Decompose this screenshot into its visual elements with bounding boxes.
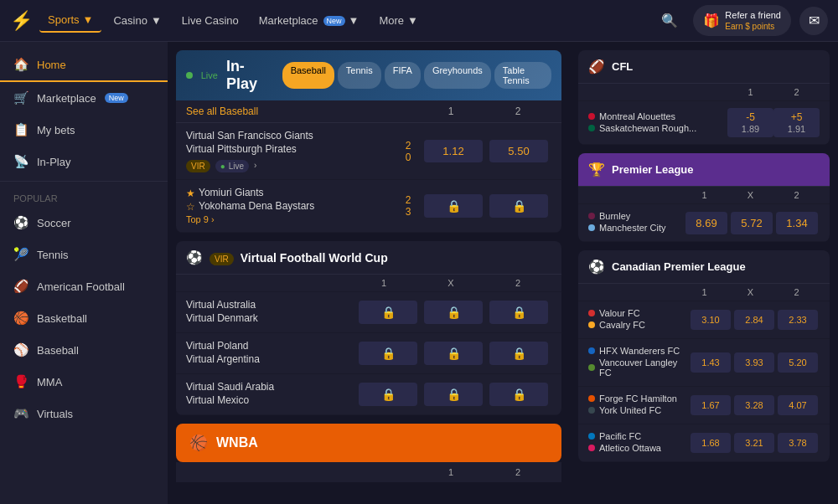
- gift-icon: 🎁: [703, 13, 720, 28]
- tab-fifa[interactable]: FIFA: [385, 62, 421, 89]
- odds-btn-x[interactable]: 2.84: [734, 310, 774, 330]
- vir-badge: VIR: [210, 253, 234, 265]
- sidebar-item-soccer[interactable]: ⚽ Soccer: [0, 207, 168, 239]
- nav-marketplace-label: Marketplace: [259, 14, 318, 27]
- cfl-odds2[interactable]: +5 1.91: [773, 108, 820, 137]
- sidebar-item-tennis[interactable]: 🎾 Tennis: [0, 239, 168, 270]
- vf-teams: Virtual Saudi Arabia Virtual Mexico: [186, 381, 355, 408]
- canadian-teams: Pacific FC Atletico Ottawa: [588, 431, 689, 455]
- search-button[interactable]: 🔍: [656, 8, 683, 33]
- nav-marketplace[interactable]: Marketplace New ▼: [251, 9, 368, 32]
- odds-btn-1[interactable]: 1.43: [691, 352, 731, 373]
- lock-btn: 🔒: [424, 301, 483, 324]
- nav-live-casino[interactable]: Live Casino: [173, 9, 247, 32]
- tab-greyhounds[interactable]: Greyhounds: [424, 62, 491, 89]
- cfl-col2: 2: [773, 87, 820, 97]
- lock-btn: 🔒: [359, 342, 417, 365]
- lock-btn: 🔒: [424, 194, 483, 218]
- lock-btn: 🔒: [489, 342, 548, 365]
- nav-sports[interactable]: Sports ▼: [39, 8, 101, 33]
- odds-btn-2[interactable]: 5.20: [778, 352, 818, 373]
- nav-casino[interactable]: Casino ▼: [105, 9, 169, 32]
- odds-button-2[interactable]: 5.50: [489, 140, 548, 162]
- see-all-baseball[interactable]: See all Baseball: [186, 105, 417, 117]
- odds-btn-1[interactable]: 3.10: [691, 310, 731, 330]
- odds-btn-2[interactable]: 1.34: [776, 212, 818, 234]
- premier-cols: 1 X 2: [578, 187, 830, 204]
- odds-btn-2[interactable]: 2.33: [778, 310, 818, 330]
- odds-btn-x[interactable]: 3.93: [734, 352, 774, 373]
- team-name: York United FC: [599, 405, 661, 415]
- odds-btn-1[interactable]: 1.67: [691, 395, 731, 415]
- mma-icon: 🥊: [13, 374, 28, 389]
- star-icon: ★: [186, 188, 195, 199]
- vf-title: Virtual Football World Cup: [241, 251, 388, 265]
- sidebar-item-home[interactable]: 🏠 Home: [0, 49, 168, 82]
- col-label-2: 2: [484, 278, 551, 288]
- sidebar-item-virtuals[interactable]: 🎮 Virtuals: [0, 398, 168, 429]
- odds-btn-x[interactable]: 5.72: [731, 212, 773, 234]
- tab-tennis[interactable]: Tennis: [338, 62, 381, 89]
- odds-btn-2[interactable]: 3.78: [778, 433, 818, 453]
- team-name: Manchester City: [599, 223, 665, 233]
- refer-line2: Earn $ points: [725, 21, 781, 32]
- inplay-tabs: Baseball Tennis FIFA Greyhounds Table Te…: [282, 62, 551, 89]
- right-panel: 🏈 CFL 1 2 Montreal Alouettes Saskatchewa…: [570, 42, 838, 504]
- odds-btn-x[interactable]: 3.28: [734, 395, 774, 415]
- odds-btn-1[interactable]: 1.68: [691, 433, 731, 453]
- odds-top: -5: [746, 111, 755, 123]
- team-name: HFX Wanderers FC: [599, 346, 680, 356]
- cfl-header: 🏈 CFL: [578, 50, 830, 84]
- live-dot: [186, 72, 193, 79]
- top9-link[interactable]: Top 9 ›: [186, 214, 215, 224]
- premier-colx: X: [727, 190, 773, 200]
- nav-more-label: More: [379, 14, 404, 27]
- wnba-title: WNBA: [216, 435, 258, 450]
- premier-card: 🏆 Premier League 1 X 2 Burnley Manches: [578, 153, 830, 242]
- vf-teams: Virtual Poland Virtual Argentina: [186, 340, 355, 367]
- canadian-teams: Forge FC Hamilton York United FC: [588, 393, 689, 417]
- cfl-teams: Montreal Alouettes Saskatchewan Rough...: [588, 111, 727, 135]
- canadian-match-row: Valour FC Cavalry FC 3.10 2.84 2.33: [578, 301, 830, 339]
- vf-cols-row: 1 X 2: [176, 275, 561, 292]
- sidebar-item-basketball[interactable]: 🏀 Basketball: [0, 302, 168, 334]
- chevron-down-icon: ▼: [83, 13, 94, 26]
- canadian-col2: 2: [773, 287, 820, 297]
- odds-button-1[interactable]: 1.12: [424, 140, 483, 162]
- sidebar-item-mma[interactable]: 🥊 MMA: [0, 366, 168, 398]
- col-header-1: 1: [417, 105, 484, 117]
- premier-teams: Burnley Manchester City: [588, 211, 684, 234]
- sidebar-item-marketplace-label: Marketplace: [37, 92, 96, 105]
- odds-btn-x[interactable]: 3.21: [734, 433, 774, 453]
- sidebar-item-inplay[interactable]: 📡 In-Play: [0, 146, 168, 177]
- match-teams: Virtual San Francisco Giants Virtual Pit…: [186, 130, 396, 172]
- sidebar-item-home-label: Home: [37, 59, 66, 71]
- team-name: Virtual Pittsburgh Pirates: [186, 143, 396, 155]
- wnba-header[interactable]: 🏀 WNBA: [176, 424, 561, 462]
- odds-btn-1[interactable]: 8.69: [685, 212, 727, 234]
- tab-table-tennis[interactable]: Table Tennis: [494, 62, 551, 89]
- cfl-odds1[interactable]: -5 1.89: [727, 108, 773, 137]
- marketplace-sidebar-badge: New: [105, 93, 128, 103]
- col-label-x: X: [417, 278, 484, 288]
- virtual-football-card: ⚽ VIR Virtual Football World Cup 1 X 2 V…: [176, 241, 561, 415]
- sidebar-item-baseball[interactable]: ⚾ Baseball: [0, 334, 168, 366]
- odds-btn-2[interactable]: 4.07: [778, 395, 818, 415]
- vf-section-header: ⚽ VIR Virtual Football World Cup: [176, 241, 561, 275]
- wnba-col1: 1: [417, 467, 484, 477]
- expand-icon[interactable]: ›: [254, 161, 256, 170]
- trophy-icon: 🏆: [588, 162, 605, 177]
- refer-friend-button[interactable]: 🎁 Refer a friend Earn $ points: [693, 5, 791, 36]
- inplay-icon: 📡: [13, 154, 28, 169]
- mail-button[interactable]: ✉: [799, 7, 828, 35]
- vf-teams: Virtual Australia Virtual Denmark: [186, 299, 355, 326]
- lock-btn: 🔒: [489, 301, 548, 324]
- odds-bot: 1.91: [779, 124, 815, 134]
- tab-baseball[interactable]: Baseball: [282, 62, 334, 89]
- nav-more[interactable]: More ▼: [370, 9, 427, 32]
- sidebar-item-marketplace[interactable]: 🛒 Marketplace New: [0, 82, 168, 114]
- sidebar-item-mybets[interactable]: 📋 My bets: [0, 114, 168, 146]
- match-teams: ★ Yomiuri Giants ☆ Yokohama Dena Baystar…: [186, 187, 396, 225]
- team-name: Saskatchewan Rough...: [599, 123, 696, 133]
- sidebar-item-american-football[interactable]: 🏈 American Football: [0, 270, 168, 302]
